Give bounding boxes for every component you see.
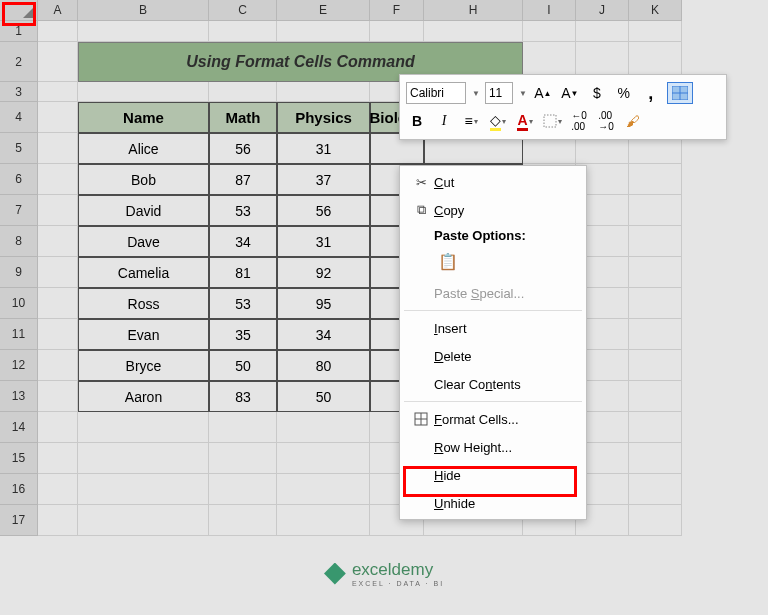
table-cell[interactable]: Alice bbox=[78, 133, 209, 164]
menu-insert[interactable]: Insert bbox=[400, 314, 586, 342]
watermark-logo-icon bbox=[324, 563, 346, 585]
table-cell[interactable]: 53 bbox=[209, 288, 277, 319]
table-cell[interactable]: 34 bbox=[277, 319, 370, 350]
decrease-decimal-icon[interactable]: .00→0 bbox=[595, 110, 617, 132]
col-header-B[interactable]: B bbox=[78, 0, 209, 21]
fill-color-icon[interactable]: ◇▾ bbox=[487, 110, 509, 132]
table-cell[interactable]: Evan bbox=[78, 319, 209, 350]
table-cell[interactable]: Camelia bbox=[78, 257, 209, 288]
table-cell[interactable]: 92 bbox=[277, 257, 370, 288]
menu-row-height[interactable]: Row Height... bbox=[400, 433, 586, 461]
bold-button[interactable]: B bbox=[406, 110, 428, 132]
table-cell[interactable]: 56 bbox=[209, 133, 277, 164]
row-header[interactable]: 12 bbox=[0, 350, 38, 381]
table-cell[interactable]: 31 bbox=[277, 226, 370, 257]
row-header[interactable]: 6 bbox=[0, 164, 38, 195]
row-header[interactable]: 13 bbox=[0, 381, 38, 412]
table-cell[interactable]: 37 bbox=[277, 164, 370, 195]
decrease-font-icon[interactable]: A▼ bbox=[559, 82, 581, 104]
table-cell[interactable]: Bob bbox=[78, 164, 209, 195]
row-header[interactable]: 8 bbox=[0, 226, 38, 257]
align-icon[interactable]: ≡▾ bbox=[460, 110, 482, 132]
row-header[interactable]: 4 bbox=[0, 102, 38, 133]
font-name-select[interactable] bbox=[406, 82, 466, 104]
table-cell[interactable]: 34 bbox=[209, 226, 277, 257]
table-cell[interactable]: 81 bbox=[209, 257, 277, 288]
cut-icon: ✂ bbox=[408, 175, 434, 190]
font-color-icon[interactable]: A▾ bbox=[514, 110, 536, 132]
font-size-select[interactable] bbox=[485, 82, 513, 104]
copy-icon: ⧉ bbox=[408, 202, 434, 218]
cells-format-icon[interactable] bbox=[667, 82, 693, 104]
table-cell[interactable]: 31 bbox=[277, 133, 370, 164]
row-header[interactable]: 5 bbox=[0, 133, 38, 164]
col-header-E[interactable]: E bbox=[277, 0, 370, 21]
table-cell[interactable]: 80 bbox=[277, 350, 370, 381]
col-header-A[interactable]: A bbox=[38, 0, 78, 21]
borders-icon[interactable]: ▾ bbox=[541, 110, 563, 132]
row-header[interactable]: 3 bbox=[0, 82, 38, 102]
col-header-H[interactable]: H bbox=[424, 0, 523, 21]
italic-button[interactable]: I bbox=[433, 110, 455, 132]
row-header[interactable]: 11 bbox=[0, 319, 38, 350]
table-cell[interactable]: Bryce bbox=[78, 350, 209, 381]
table-cell[interactable]: 50 bbox=[277, 381, 370, 412]
table-cell[interactable]: 56 bbox=[277, 195, 370, 226]
table-cell[interactable]: 35 bbox=[209, 319, 277, 350]
table-cell[interactable]: 83 bbox=[209, 381, 277, 412]
row-header[interactable]: 7 bbox=[0, 195, 38, 226]
percent-icon[interactable]: % bbox=[613, 82, 635, 104]
menu-format-cells[interactable]: Format Cells... bbox=[400, 405, 586, 433]
row-header[interactable]: 9 bbox=[0, 257, 38, 288]
menu-cut[interactable]: ✂CuCutt bbox=[400, 168, 586, 196]
increase-font-icon[interactable]: A▲ bbox=[532, 82, 554, 104]
mini-toolbar: ▼ ▼ A▲ A▼ $ % , B I ≡▾ ◇▾ A▾ ▾ ←0.00 .00… bbox=[399, 74, 727, 140]
table-cell[interactable]: David bbox=[78, 195, 209, 226]
comma-icon[interactable]: , bbox=[640, 82, 662, 104]
menu-clear-contents[interactable]: Clear Contents bbox=[400, 370, 586, 398]
row-header[interactable]: 2 bbox=[0, 42, 38, 82]
menu-paste-special: Paste Special... bbox=[400, 279, 586, 307]
table-header[interactable]: Name bbox=[78, 102, 209, 133]
increase-decimal-icon[interactable]: ←0.00 bbox=[568, 110, 590, 132]
col-header-C[interactable]: C bbox=[209, 0, 277, 21]
table-cell[interactable]: 50 bbox=[209, 350, 277, 381]
col-header-F[interactable]: F bbox=[370, 0, 424, 21]
col-header-J[interactable]: J bbox=[576, 0, 629, 21]
row-header[interactable]: 15 bbox=[0, 443, 38, 474]
table-header[interactable]: Math bbox=[209, 102, 277, 133]
paste-options-header: Paste Options: bbox=[400, 224, 586, 245]
row-header[interactable]: 16 bbox=[0, 474, 38, 505]
table-cell[interactable]: 95 bbox=[277, 288, 370, 319]
format-cells-icon bbox=[408, 412, 434, 426]
table-cell[interactable]: 87 bbox=[209, 164, 277, 195]
watermark: exceldemy EXCEL · DATA · BI bbox=[324, 560, 444, 587]
table-header[interactable]: Physics bbox=[277, 102, 370, 133]
table-cell[interactable]: Aaron bbox=[78, 381, 209, 412]
menu-copy[interactable]: ⧉Copy bbox=[400, 196, 586, 224]
currency-icon[interactable]: $ bbox=[586, 82, 608, 104]
row-header[interactable]: 17 bbox=[0, 505, 38, 536]
table-cell[interactable]: 53 bbox=[209, 195, 277, 226]
svg-rect-3 bbox=[544, 115, 556, 127]
menu-delete[interactable]: Delete bbox=[400, 342, 586, 370]
format-cells-highlight bbox=[403, 466, 577, 497]
select-all-highlight bbox=[2, 2, 36, 26]
col-header-I[interactable]: I bbox=[523, 0, 576, 21]
col-header-K[interactable]: K bbox=[629, 0, 682, 21]
table-cell[interactable]: Ross bbox=[78, 288, 209, 319]
row-header[interactable]: 14 bbox=[0, 412, 38, 443]
format-painter-icon[interactable]: 🖌 bbox=[622, 110, 644, 132]
paste-icon[interactable]: 📋 bbox=[434, 247, 462, 275]
row-header[interactable]: 10 bbox=[0, 288, 38, 319]
table-cell[interactable]: Dave bbox=[78, 226, 209, 257]
